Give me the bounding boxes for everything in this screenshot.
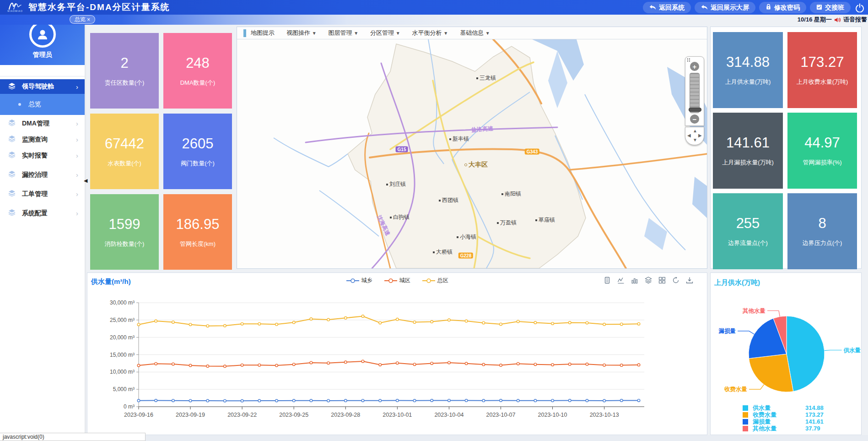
right-card-6[interactable]: 8边界压力点(个) <box>787 193 857 269</box>
map-tool-4[interactable]: 分区管理 ▼ <box>370 29 400 37</box>
svg-text:2023-09-16: 2023-09-16 <box>124 412 153 418</box>
card-label: 阀门数量(个) <box>181 159 215 168</box>
svg-text:0 m³: 0 m³ <box>124 403 135 410</box>
tiled-icon[interactable] <box>658 277 666 286</box>
card-value: 1599 <box>109 216 140 233</box>
avatar[interactable] <box>29 21 56 48</box>
left-card-2[interactable]: 248DMA数量(个) <box>163 33 232 109</box>
legend-item-总区[interactable]: 总区 <box>422 277 448 284</box>
sidebar-item-6[interactable]: 工单管理› <box>0 186 85 201</box>
pie-chart[interactable]: 供水量收费水量漏损量其他水量 <box>711 287 862 410</box>
legend-marker-icon <box>346 278 359 283</box>
pie-chart-legend: 供水量314.88收费水量173.27漏损量141.61其他水量37.79 <box>743 404 824 432</box>
svg-text:其他水量: 其他水量 <box>742 308 766 314</box>
back-arrow-icon <box>701 4 708 11</box>
svg-text:2023-09-19: 2023-09-19 <box>176 412 205 418</box>
right-card-1[interactable]: 314.88上月供水量(万吨) <box>713 32 783 108</box>
map-tool-1[interactable]: 地图提示 <box>251 29 275 37</box>
card-value: 248 <box>186 55 210 71</box>
card-value: 314.88 <box>726 54 770 71</box>
caret-down-icon: ▼ <box>396 31 400 36</box>
zoom-in-button[interactable]: + <box>690 62 699 71</box>
bar-chart-icon[interactable] <box>631 277 638 286</box>
pan-down-icon[interactable]: ▼ <box>693 137 697 142</box>
map-town-label: 新丰镇 <box>449 135 469 143</box>
logo: MIAOMIAO <box>5 2 26 12</box>
data-view-icon[interactable] <box>604 277 611 286</box>
sidebar-item-2[interactable]: DMA管理› <box>0 116 85 131</box>
card-value: 8 <box>818 215 826 232</box>
header-button-1[interactable]: 返回系统 <box>643 2 691 13</box>
sidebar-item-label: 工单管理 <box>22 190 48 198</box>
map-tool-3[interactable]: 图层管理 ▼ <box>329 29 359 37</box>
sidebar-item-3[interactable]: 监测查询› <box>0 132 85 147</box>
pan-left-icon[interactable]: ◀ <box>687 133 691 138</box>
legend-item-城区[interactable]: 城区 <box>384 277 410 284</box>
map-canvas[interactable]: 三龙镇新丰镇大丰区刘庄镇西团镇南阳镇白驹镇万盈镇草庙镇小海镇大桥镇G15G343… <box>237 39 707 268</box>
line-chart-icon[interactable] <box>617 277 625 286</box>
tab-overview[interactable]: 总览× <box>70 15 95 24</box>
sidebar-subitem-label: 总览 <box>28 100 41 109</box>
sidebar: 管理员 领导驾驶舱›总览DMA管理›监测查询›实时报警›漏控治理›工单管理›系统… <box>0 15 85 435</box>
map-marker-icon <box>433 251 435 253</box>
map-town-label: 三龙镇 <box>476 74 496 82</box>
right-card-2[interactable]: 173.27上月收费水量(万吨) <box>787 32 857 108</box>
stack-icon[interactable] <box>645 277 652 286</box>
tab-close-icon[interactable]: × <box>87 16 90 23</box>
power-button[interactable] <box>854 2 865 13</box>
layers-icon <box>0 151 22 160</box>
map-tool-5[interactable]: 水平衡分析 ▼ <box>412 29 448 37</box>
map-marker-icon <box>476 77 478 79</box>
pan-up-icon[interactable]: ▲ <box>693 128 697 133</box>
chevron-right-icon: › <box>76 171 78 179</box>
left-card-5[interactable]: 1599消防栓数量(个) <box>90 194 159 270</box>
right-card-3[interactable]: 141.61上月漏损水量(万吨) <box>713 113 783 189</box>
header-button-3[interactable]: 修改密码 <box>759 2 806 13</box>
card-value: 186.95 <box>176 216 220 233</box>
map-marker-icon <box>501 193 503 195</box>
app-title: 智慧水务平台-DMA分区计量系统 <box>28 1 170 13</box>
header-actions: 返回系统返回展示大屏修改密码交接班 <box>643 2 865 13</box>
pan-right-icon[interactable]: ▶ <box>698 133 702 138</box>
zoom-slider[interactable] <box>690 73 700 113</box>
sidebar-item-4[interactable]: 实时报警› <box>0 148 85 163</box>
voice-alarm-label[interactable]: 语音报警 <box>843 16 867 24</box>
card-value: 173.27 <box>801 54 844 71</box>
sidebar-collapse-icon[interactable]: ◀ <box>84 178 87 184</box>
left-card-3[interactable]: 67442水表数量(个) <box>90 114 159 189</box>
tab-overview-label: 总览 <box>75 16 86 23</box>
left-card-1[interactable]: 2责任区数量(个) <box>90 33 159 109</box>
supply-line-chart-panel: 供水量(m³/h) 城乡城区总区 0 m³5,000 m³10,000 m³15… <box>87 272 707 435</box>
map-tool-6[interactable]: 基础信息 ▼ <box>460 29 490 37</box>
download-icon[interactable] <box>686 277 693 286</box>
zoom-out-button[interactable]: − <box>690 114 699 124</box>
bullet-icon <box>18 103 21 106</box>
line-chart[interactable]: 0 m³5,000 m³10,000 m³15,000 m³20,000 m³2… <box>87 287 707 435</box>
pie-legend-item-其他水量[interactable]: 其他水量37.79 <box>743 425 824 432</box>
legend-item-城乡[interactable]: 城乡 <box>346 277 372 284</box>
left-card-6[interactable]: 186.95管网长度(km) <box>163 194 232 270</box>
map-pan-control: ▲ ▼ ◀ ▶ <box>685 127 704 145</box>
app-header: MIAOMIAO 智慧水务平台-DMA分区计量系统 返回系统返回展示大屏修改密码… <box>0 0 868 15</box>
sidebar-item-5[interactable]: 漏控治理› <box>0 167 85 182</box>
caret-down-icon: ▼ <box>485 31 490 36</box>
zoom-slider-thumb[interactable] <box>689 108 701 112</box>
map-tool-2[interactable]: 视图操作 ▼ <box>286 29 317 37</box>
zoom-grid-icon[interactable] <box>687 58 690 62</box>
chevron-right-icon: › <box>76 83 78 91</box>
sidebar-item-7[interactable]: 系统配置› <box>0 206 85 221</box>
card-label: 上月漏损水量(万吨) <box>722 158 774 167</box>
toolbar-accent-bar <box>243 29 246 37</box>
right-card-5[interactable]: 255边界流量点(个) <box>713 193 783 269</box>
left-card-4[interactable]: 2605阀门数量(个) <box>163 114 232 189</box>
header-button-4[interactable]: 交接班 <box>810 2 851 13</box>
pie-legend-swatch <box>743 419 748 425</box>
restore-icon[interactable] <box>672 277 679 286</box>
header-button-2[interactable]: 返回展示大屏 <box>695 2 755 13</box>
status-bar: javascript:void(0) <box>0 433 146 441</box>
speaker-icon[interactable] <box>834 17 841 23</box>
map-panel: 地图提示视图操作 ▼图层管理 ▼分区管理 ▼水平衡分析 ▼基础信息 ▼ <box>237 27 707 269</box>
sidebar-item-1[interactable]: 领导驾驶舱› <box>0 79 85 94</box>
right-card-4[interactable]: 44.97管网漏损率(%) <box>787 113 857 189</box>
sidebar-subitem-overview[interactable]: 总览 <box>0 94 85 115</box>
